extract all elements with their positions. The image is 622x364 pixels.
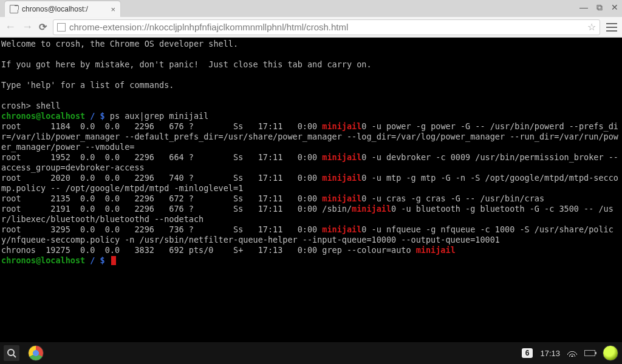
chrome-menu-icon[interactable] xyxy=(606,23,617,32)
address-bar[interactable]: chrome-extension://nkoccljplnhpfnfiajclk… xyxy=(53,19,600,35)
ps-row: chronos 19275 0.0 0.0 3832 692 pts/0 S+ … xyxy=(1,245,416,255)
svg-point-0 xyxy=(8,349,14,356)
site-info-icon[interactable] xyxy=(57,23,66,32)
command: ps aux|grep minijail xyxy=(110,111,209,121)
user-avatar-icon[interactable] xyxy=(603,345,618,361)
bookmark-star-icon[interactable]: ☆ xyxy=(587,21,596,33)
minimize-icon[interactable]: — xyxy=(579,2,588,13)
forward-button[interactable]: → xyxy=(22,21,33,33)
ps-row: root 3295 0.0 0.0 2296 736 ? Ss 17:11 0:… xyxy=(1,224,322,234)
close-window-icon[interactable]: ✕ xyxy=(611,2,618,13)
clock: 17:13 xyxy=(540,349,560,358)
close-icon[interactable]: × xyxy=(111,5,115,14)
prompt-host: chronos@localhost xyxy=(1,255,85,265)
back-button[interactable]: ← xyxy=(5,21,16,33)
terminal-output[interactable]: Welcome to crosh, the Chrome OS develope… xyxy=(0,38,622,342)
ps-row: root 2020 0.0 0.0 2296 740 ? Ss 17:11 0:… xyxy=(1,173,322,183)
launcher-search-icon[interactable] xyxy=(4,345,19,361)
ps-row: root 2135 0.0 0.0 2296 672 ? Ss 17:11 0:… xyxy=(1,194,322,203)
terminal-line: If you got here by mistake, don't panic!… xyxy=(1,59,372,69)
browser-tab[interactable]: chronos@localhost:/ × xyxy=(5,1,120,17)
system-tray[interactable]: 6 17:13 xyxy=(522,345,618,361)
browser-tab-strip: chronos@localhost:/ × — ⧉ ✕ xyxy=(0,0,622,17)
window-controls: — ⧉ ✕ xyxy=(579,2,618,13)
chrome-app-icon[interactable] xyxy=(28,345,44,361)
ps-row: root 1184 0.0 0.0 2296 676 ? Ss 17:11 0:… xyxy=(1,121,322,131)
ps-row: root 2191 0.0 0.0 2296 676 ? Ss 17:11 0:… xyxy=(1,204,352,214)
terminal-line: Type 'help' for a list of commands. xyxy=(1,80,174,90)
battery-icon xyxy=(584,350,595,356)
svg-line-1 xyxy=(13,355,16,357)
tab-title: chronos@localhost:/ xyxy=(22,5,107,13)
ps-row: root 1952 0.0 0.0 2296 664 ? Ss 17:11 0:… xyxy=(1,152,322,162)
page-icon xyxy=(10,5,18,13)
reload-button[interactable]: ⟳ xyxy=(39,21,47,33)
terminal-cursor xyxy=(111,256,116,265)
prompt-path: / $ xyxy=(85,255,110,265)
chromeos-shelf: 6 17:13 xyxy=(0,342,622,364)
terminal-line: Welcome to crosh, the Chrome OS develope… xyxy=(1,39,238,49)
maximize-icon[interactable]: ⧉ xyxy=(596,2,603,13)
url-text: chrome-extension://nkoccljplnhpfnfiajclk… xyxy=(69,22,348,32)
prompt-host: chronos@localhost xyxy=(1,111,85,121)
terminal-line: crosh> shell xyxy=(1,101,61,110)
prompt-path: / $ xyxy=(85,111,110,121)
notification-badge[interactable]: 6 xyxy=(522,348,533,358)
wifi-icon xyxy=(567,349,577,357)
browser-toolbar: ← → ⟳ chrome-extension://nkoccljplnhpfnf… xyxy=(0,17,622,38)
